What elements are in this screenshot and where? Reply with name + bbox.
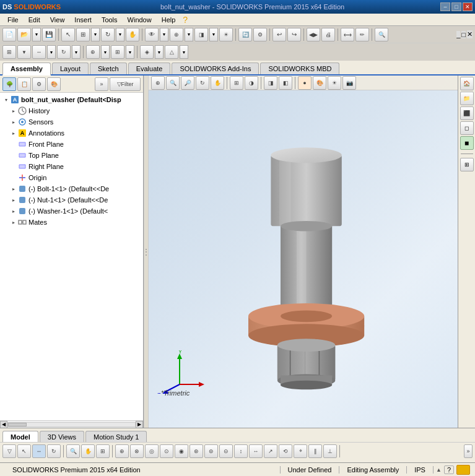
mates-expand[interactable]: ▸	[10, 219, 17, 226]
nut-expand[interactable]: ▸	[10, 196, 17, 204]
tab-evaluate[interactable]: Evaluate	[128, 63, 171, 74]
model-tab-model[interactable]: Model	[2, 431, 38, 442]
panel-close-btn[interactable]: ✕	[467, 30, 473, 38]
pan-vp[interactable]: ✋	[211, 76, 224, 90]
tab-assembly[interactable]: Assembly	[2, 63, 51, 76]
display-mgr-btn[interactable]: ⊞	[460, 158, 474, 171]
bt-snap6[interactable]: ⊛	[190, 444, 203, 458]
bt-filter[interactable]: ▽	[2, 444, 16, 458]
zoom-fit-button[interactable]: ⊞	[76, 28, 90, 41]
tab-layout[interactable]: Layout	[52, 63, 89, 74]
bt-select[interactable]: ↖	[17, 444, 31, 458]
tree-item-bolt[interactable]: ▸ (-) Bolt-1<1> (Default<<De	[0, 183, 143, 194]
bt-rel2[interactable]: ∥	[308, 444, 322, 458]
open-button[interactable]: 📂	[17, 28, 31, 41]
tree-item-front-plane[interactable]: ▸ Front Plane	[0, 139, 143, 150]
pattern-btn[interactable]: ⊞	[111, 45, 124, 59]
bt-fit[interactable]: ⊞	[96, 444, 110, 458]
scroll-track[interactable]	[7, 422, 136, 427]
camera-vp[interactable]: 📷	[342, 76, 356, 90]
insert-component-btn[interactable]: ⊞	[2, 45, 16, 59]
bt-snap8[interactable]: ⊝	[219, 444, 233, 458]
bt-snap4[interactable]: ⊙	[160, 444, 173, 458]
tree-item-sensors[interactable]: ▸ Sensors	[0, 116, 143, 128]
light-button[interactable]: ☀	[219, 28, 233, 41]
display-states-tab[interactable]: 🎨	[47, 77, 61, 91]
search-button[interactable]: 🔍	[375, 28, 388, 41]
bt-more[interactable]: »	[464, 444, 473, 458]
section-dropdown[interactable]: ▼	[185, 28, 193, 41]
bt-pan[interactable]: ✋	[81, 444, 95, 458]
bt-dim1[interactable]: ↕	[234, 444, 248, 458]
rotate-dropdown[interactable]: ▼	[116, 28, 124, 41]
mate-dropdown[interactable]: ▼	[101, 45, 110, 59]
help-icon[interactable]: ?	[183, 15, 188, 25]
tree-item-right-plane[interactable]: ▸ Right Plane	[0, 161, 143, 172]
zoom-in-vp[interactable]: 🔍	[166, 76, 180, 90]
insert-dropdown-btn[interactable]: ▼	[17, 45, 31, 59]
menu-insert[interactable]: Insert	[69, 15, 97, 25]
tab-mbd[interactable]: SOLIDWORKS MBD	[260, 63, 339, 74]
rebuild-button[interactable]: 🔄	[238, 28, 252, 41]
save-button[interactable]: 💾	[42, 28, 56, 41]
washer-expand[interactable]: ▸	[10, 207, 17, 215]
tree-item-top-plane[interactable]: ▸ Top Plane	[0, 150, 143, 161]
root-expand[interactable]: ▾	[2, 96, 10, 103]
bt-dim2[interactable]: ↔	[249, 444, 263, 458]
panel-max-btn[interactable]: □	[461, 31, 466, 38]
filter-btn[interactable]: ▽ Filter	[110, 77, 141, 91]
scroll-left-btn[interactable]: ◀	[0, 421, 7, 428]
scroll-right-btn[interactable]: ▶	[136, 421, 143, 428]
dimension-button[interactable]: ⟷	[341, 28, 354, 41]
help-button[interactable]: ?	[444, 465, 454, 474]
rotate-vp[interactable]: ↻	[196, 76, 209, 90]
bt-move[interactable]: ↔	[32, 444, 46, 458]
menu-view[interactable]: View	[45, 15, 70, 25]
minimize-button[interactable]: –	[440, 2, 450, 11]
tree-root[interactable]: ▾ A bolt_nut_washer (Default<Disp	[0, 94, 143, 105]
viewport[interactable]: ⊕ 🔍 🔍 ↻ ✋ ⊞ ◑ ◨ ◧ ● 🎨 ☀ 📷	[149, 76, 458, 428]
scene-vp[interactable]: ☀	[328, 76, 341, 90]
panel-splitter[interactable]	[144, 76, 149, 428]
move-component-btn[interactable]: ↔	[32, 45, 46, 59]
bt-zoom[interactable]: 🔍	[66, 444, 80, 458]
undo-button[interactable]: ↩	[272, 28, 286, 41]
bt-rel3[interactable]: ⊥	[323, 444, 337, 458]
display-dropdown[interactable]: ▼	[209, 28, 218, 41]
feature-tree-tab[interactable]: 🌳	[2, 77, 16, 91]
bt-rel1[interactable]: ⌖	[294, 444, 307, 458]
tree-item-origin[interactable]: ▸ Origin	[0, 172, 143, 183]
section-button[interactable]: ⊕	[170, 28, 183, 41]
tab-addins[interactable]: SOLIDWORKS Add-Ins	[172, 63, 259, 74]
note-button[interactable]: ✏	[355, 28, 369, 41]
zoom-out-vp[interactable]: 🔍	[181, 76, 194, 90]
zoom-dropdown[interactable]: ▼	[91, 28, 100, 41]
display-button[interactable]: ◨	[194, 28, 208, 41]
move-dropdown[interactable]: ▼	[47, 45, 56, 59]
ref-geometry-btn[interactable]: △	[165, 45, 178, 59]
section-vp[interactable]: ◑	[245, 76, 258, 90]
scenes-btn[interactable]: ◻	[460, 121, 474, 135]
flyout-button[interactable]: ◀▶	[307, 28, 320, 41]
rg-dropdown[interactable]: ▼	[180, 45, 188, 59]
tree-item-nut[interactable]: ▸ (-) Nut-1<1> (Default<<De	[0, 194, 143, 206]
print-button[interactable]: 🖨	[321, 28, 335, 41]
tree-item-mates[interactable]: ▸ Mates	[0, 217, 143, 228]
view-orient-btn[interactable]: 🏠	[460, 77, 474, 90]
menu-file[interactable]: File	[2, 15, 24, 25]
model-tab-motion[interactable]: Motion Study 1	[85, 431, 147, 442]
bt-dim4[interactable]: ⟲	[279, 444, 292, 458]
history-expand[interactable]: ▸	[10, 107, 17, 115]
bolt-expand[interactable]: ▸	[10, 185, 17, 193]
view-dropdown[interactable]: ▼	[160, 28, 168, 41]
appearance-vp[interactable]: 🎨	[313, 76, 326, 90]
display2-vp[interactable]: ◧	[279, 76, 292, 90]
menu-window[interactable]: Window	[123, 15, 157, 25]
bt-rotate[interactable]: ↻	[47, 444, 61, 458]
panel-scrollbar[interactable]: ◀ ▶	[0, 420, 143, 428]
view-normal-vp[interactable]: ⊞	[230, 76, 243, 90]
rotate-component-btn[interactable]: ↻	[57, 45, 71, 59]
render-vp[interactable]: ●	[298, 76, 312, 90]
scroll-thumb[interactable]	[8, 423, 27, 426]
bt-snap5[interactable]: ◉	[175, 444, 188, 458]
